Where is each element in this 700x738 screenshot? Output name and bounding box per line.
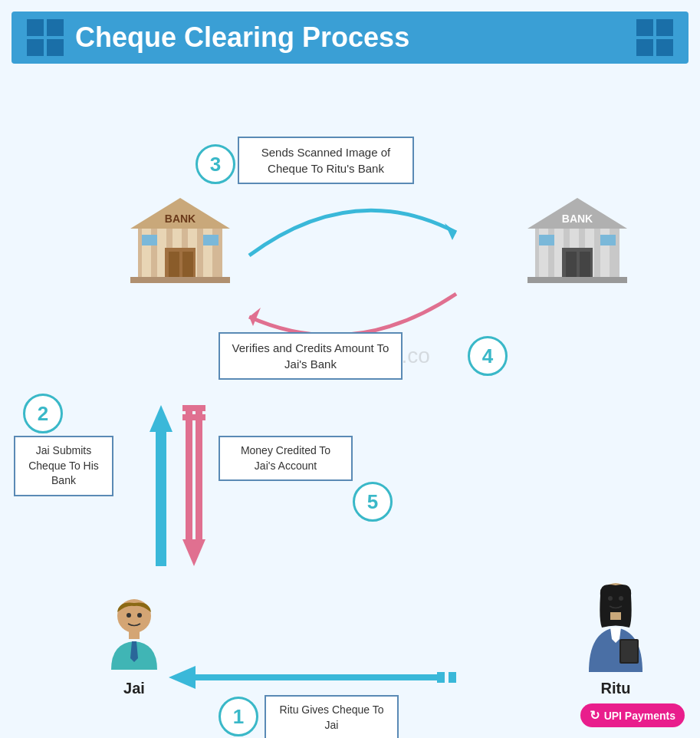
arrow-jai-to-bank <box>150 405 173 569</box>
main-content: UPIPayments.co Sends Scanned Image of Ch… <box>0 75 700 738</box>
header-square-5 <box>636 19 653 36</box>
ritu-label: Ritu <box>601 680 631 697</box>
arrow-ritu-to-jai <box>169 666 468 692</box>
jai-label: Jai <box>123 680 145 697</box>
header-square-2 <box>47 19 64 36</box>
step2-textbox: Jai Submits Cheque To His Bank <box>14 436 113 496</box>
svg-rect-22 <box>566 252 577 278</box>
step4-circle: 4 <box>468 336 508 376</box>
upi-label: UPI Payments <box>604 710 675 722</box>
step4-textbox: Verifies and Credits Amount To Jai's Ban… <box>219 332 403 380</box>
svg-point-40 <box>137 613 142 618</box>
svg-rect-23 <box>580 252 590 278</box>
svg-rect-48 <box>449 672 456 683</box>
header-square-7 <box>636 39 653 56</box>
bank-right: BANK <box>516 175 639 286</box>
header-squares-right <box>636 19 673 56</box>
svg-marker-31 <box>150 405 173 432</box>
upi-icon: ↻ <box>590 708 600 723</box>
step2-circle: 2 <box>23 394 63 433</box>
svg-marker-50 <box>169 666 196 689</box>
svg-rect-27 <box>527 277 627 283</box>
svg-point-46 <box>619 596 623 601</box>
svg-marker-28 <box>445 223 456 240</box>
svg-rect-24 <box>539 235 554 245</box>
step1-circle: 1 <box>219 697 258 736</box>
svg-rect-33 <box>196 405 202 543</box>
svg-rect-30 <box>156 428 166 566</box>
header-square-6 <box>656 19 673 36</box>
arrow-scan-right <box>242 194 464 266</box>
svg-rect-49 <box>192 674 437 680</box>
bank-left: BANK <box>119 175 242 286</box>
person-jai: Jai <box>100 597 169 697</box>
header-square-8 <box>656 39 673 56</box>
svg-rect-44 <box>621 641 637 662</box>
svg-rect-32 <box>186 405 192 543</box>
svg-rect-9 <box>182 252 193 278</box>
svg-rect-11 <box>203 235 219 245</box>
step5-textbox: Money Credited To Jai's Account <box>219 436 353 481</box>
upi-badge: ↻ UPI Payments <box>580 703 685 727</box>
svg-rect-47 <box>437 672 445 683</box>
svg-point-39 <box>127 613 131 618</box>
svg-text:BANK: BANK <box>165 213 196 225</box>
arrow-bank-to-jai <box>182 405 205 569</box>
step1-textbox: Ritu Gives Cheque To Jai <box>265 695 399 738</box>
svg-rect-38 <box>129 631 140 639</box>
svg-marker-29 <box>249 308 261 326</box>
header-square-1 <box>27 19 44 36</box>
svg-rect-25 <box>600 235 616 245</box>
svg-rect-35 <box>182 414 205 420</box>
header: Cheque Clearing Process <box>12 12 688 64</box>
svg-rect-42 <box>610 612 621 620</box>
svg-text:BANK: BANK <box>562 213 593 225</box>
step3-textbox: Sends Scanned Image of Cheque To Ritu's … <box>238 137 414 184</box>
page-title: Cheque Clearing Process <box>75 21 625 54</box>
svg-marker-36 <box>182 539 205 566</box>
svg-rect-8 <box>169 252 179 278</box>
step3-circle: 3 <box>196 144 235 184</box>
header-square-4 <box>47 39 64 56</box>
svg-rect-10 <box>142 235 157 245</box>
svg-rect-13 <box>130 277 230 283</box>
person-ritu: Ritu <box>577 582 654 697</box>
header-square-3 <box>27 39 44 56</box>
svg-point-45 <box>608 596 613 601</box>
header-squares-left <box>27 19 64 56</box>
step5-circle: 5 <box>353 482 393 522</box>
svg-rect-34 <box>182 405 205 411</box>
